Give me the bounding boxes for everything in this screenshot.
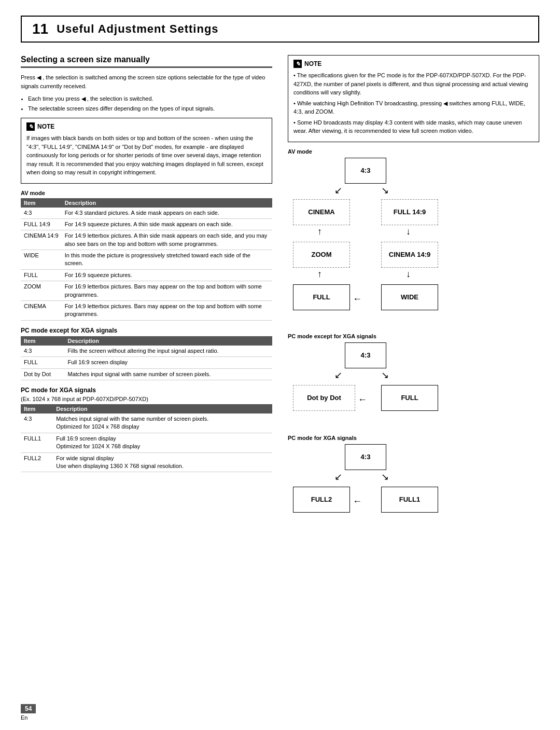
page-number: 54 — [21, 704, 36, 713]
arrow-zoom-up: ↑ — [317, 269, 322, 280]
table-row: Dot by DotMatches input signal with same… — [21, 368, 272, 380]
table-row: CINEMAFor 14:9 letterbox pictures. Bars … — [21, 301, 272, 321]
diag-full149-box: FULL 14:9 — [381, 199, 438, 225]
note-icon-2: ✎ — [293, 60, 302, 68]
table-row: FULLFor 16:9 squeeze pictures. — [21, 269, 272, 281]
note-content-2: • The specifications given for the PC mo… — [293, 71, 534, 135]
av-mode-label: AV mode — [21, 190, 272, 196]
arrow-cinema149-down: ↓ — [406, 269, 411, 280]
table-row: 4:3Matches input signal with the same nu… — [21, 414, 272, 433]
diag-wide-box: WIDE — [381, 284, 438, 310]
arrow-43-to-cinema: ↙ — [334, 185, 342, 196]
arrow-full-wide: ← — [353, 294, 362, 305]
note-header-2: ✎ NOTE — [293, 60, 534, 68]
pc-except-xga-title: PC mode except for XGA signals — [21, 327, 272, 334]
av-mode-diagram: 4:3 ↙ ↘ CINEMA FULL 14:9 ↑ — [288, 158, 443, 324]
pc-arrow-left: ↙ — [334, 369, 342, 381]
pc-xga-subtitle: (Ex. 1024 x 768 input at PDP-607XD/PDP-5… — [21, 396, 272, 402]
table-row: 4:3For 4:3 standard pictures. A side mas… — [21, 208, 272, 219]
diag-cinema149-box: CINEMA 14:9 — [381, 242, 438, 268]
table-row: FULL2For wide signal displayUse when dis… — [21, 452, 272, 472]
note-header-1: ✎ NOTE — [26, 122, 267, 131]
bullet-2: The selectable screen sizes differ depen… — [28, 104, 272, 113]
pc-except-xga-diagram-title: PC mode except for XGA signals — [288, 333, 539, 339]
xga-full1-box: FULL1 — [381, 487, 438, 513]
av-mode-diagram-title: AV mode — [288, 148, 539, 155]
note-label-1: NOTE — [37, 123, 54, 130]
pc-col-desc: Description — [65, 336, 272, 346]
pc-except-xga-diagram-container: PC mode except for XGA signals 4:3 ↙ ↘ D… — [288, 333, 539, 425]
xga-full2-box: FULL2 — [293, 487, 350, 513]
pc-xga-diagram-container: PC mode for XGA signals 4:3 ↙ ↘ FULL2 — [288, 435, 539, 527]
av-col-item: Item — [21, 198, 62, 208]
main-content: Selecting a screen size manually Press ◀… — [21, 55, 539, 536]
chapter-title: Useful Adjustment Settings — [57, 22, 218, 36]
table-row: WIDEIn this mode the picture is progress… — [21, 250, 272, 270]
pc-col-item: Item — [21, 336, 65, 346]
table-row: FULL 14:9For 14:9 squeeze pictures. A th… — [21, 218, 272, 230]
pc-diag-43-box: 4:3 — [345, 342, 386, 368]
table-row: 4:3Fills the screen without altering the… — [21, 346, 272, 357]
arrow-cinema-up: ↑ — [317, 226, 322, 237]
pc-xga-title: PC mode for XGA signals — [21, 387, 272, 394]
pc-arrow-mid: ← — [358, 394, 367, 405]
note-content-1: If images with black bands on both sides… — [26, 134, 267, 177]
diag-full-box: FULL — [293, 284, 350, 310]
page-footer: 54 En — [21, 704, 36, 721]
note-box-2: ✎ NOTE • The specifications given for th… — [288, 55, 539, 142]
pc-arrow-right: ↘ — [381, 369, 389, 381]
diag-43-box: 4:3 — [345, 158, 386, 184]
page: 11 Useful Adjustment Settings Selecting … — [0, 0, 560, 730]
pc-dotbydot-box: Dot by Dot — [293, 385, 355, 411]
pc-xga-table: Item Description 4:3Matches input signal… — [21, 404, 272, 472]
av-col-desc: Description — [62, 198, 272, 208]
chapter-number: 11 — [32, 21, 48, 37]
table-row: FULLFull 16:9 screen display — [21, 357, 272, 368]
pcxga-col-item: Item — [21, 404, 53, 414]
xga-diag-43-box: 4:3 — [345, 444, 386, 470]
xga-arrow-left: ↙ — [334, 471, 342, 483]
section-title: Selecting a screen size manually — [21, 55, 272, 68]
pcxga-col-desc: Description — [53, 404, 272, 414]
pc-except-xga-diagram: 4:3 ↙ ↘ Dot by Dot ← FULL — [288, 342, 443, 425]
pc-full-box: FULL — [381, 385, 438, 411]
av-mode-diagram-container: AV mode 4:3 ↙ ↘ CINEMA — [288, 148, 539, 324]
intro-bullets: Each time you press ◀ , the selection is… — [28, 94, 272, 113]
xga-arrow-right: ↘ — [381, 471, 389, 483]
note-icon-1: ✎ — [26, 122, 35, 131]
intro-text: Press ◀ , the selection is switched amon… — [21, 73, 272, 90]
xga-arrow-mid: ← — [353, 496, 362, 507]
diag-cinema-box: CINEMA — [293, 199, 350, 225]
note-label-2: NOTE — [304, 60, 321, 67]
av-mode-table: Item Description 4:3For 4:3 standard pic… — [21, 198, 272, 321]
table-row: ZOOMFor 16:9 letterbox pictures. Bars ma… — [21, 281, 272, 301]
diag-zoom-box: ZOOM — [293, 242, 350, 268]
table-row: FULL1Full 16:9 screen displayOptimized f… — [21, 433, 272, 452]
arrow-43-to-full149: ↘ — [381, 185, 389, 196]
bullet-1: Each time you press ◀ , the selection is… — [28, 94, 272, 103]
footer-language: En — [21, 714, 36, 721]
pc-xga-diagram: 4:3 ↙ ↘ FULL2 ← FULL1 — [288, 444, 443, 527]
pc-except-xga-table: Item Description 4:3Fills the screen wit… — [21, 336, 272, 380]
note-box-1: ✎ NOTE If images with black bands on bot… — [21, 118, 272, 184]
pc-xga-diagram-title: PC mode for XGA signals — [288, 435, 539, 441]
arrow-full149-down: ↓ — [406, 226, 411, 237]
chapter-header: 11 Useful Adjustment Settings — [21, 16, 539, 43]
table-row: CINEMA 14:9For 14:9 letterbox pictures. … — [21, 230, 272, 250]
left-column: Selecting a screen size manually Press ◀… — [21, 55, 272, 536]
right-column: ✎ NOTE • The specifications given for th… — [288, 55, 539, 536]
